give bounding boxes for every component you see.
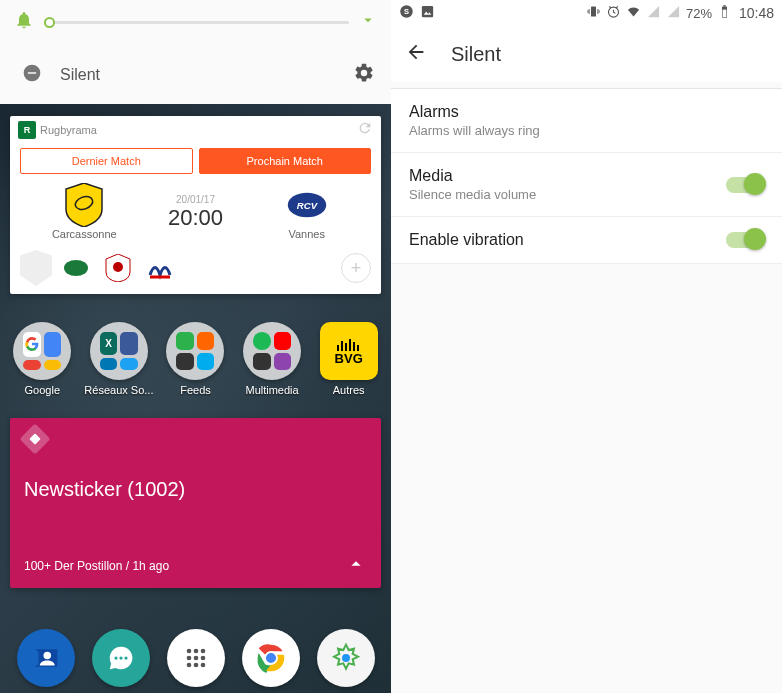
phone-left-homescreen: Silent R Rugbyrama Dernier Match Prochai… — [0, 0, 391, 693]
league-shield-icon[interactable] — [20, 250, 52, 286]
bell-icon — [14, 10, 34, 34]
match-center: 20/01/17 20:00 — [168, 194, 223, 231]
media-toggle[interactable] — [726, 177, 764, 193]
svg-point-20 — [200, 656, 205, 661]
folder-autres[interactable]: BVG Autres — [313, 322, 385, 396]
svg-rect-9 — [353, 342, 355, 351]
dock-app-drawer[interactable] — [167, 629, 225, 687]
away-team[interactable]: RCV Vannes — [262, 184, 352, 240]
svg-rect-8 — [349, 339, 351, 351]
rugbyrama-logo: R — [18, 121, 36, 139]
dnd-mode-row[interactable]: Silent — [0, 44, 391, 106]
svg-point-19 — [193, 656, 198, 661]
vibration-toggle[interactable] — [726, 232, 764, 248]
chevron-up-icon[interactable] — [345, 553, 367, 578]
dock-camera[interactable] — [317, 629, 375, 687]
svg-text:S: S — [404, 7, 409, 16]
signal-icon-1 — [646, 4, 661, 22]
news-widget[interactable]: Newsticker (1002) 100+ Der Postillon / 1… — [10, 418, 381, 588]
setting-media[interactable]: Media Silence media volume — [391, 153, 782, 217]
folder-google[interactable]: Google — [6, 322, 78, 396]
app-folder-row: Google X Réseaux So... Feeds Multimedia … — [4, 322, 387, 396]
status-bar: S 72% 10:48 — [391, 0, 782, 26]
svg-point-21 — [186, 663, 191, 668]
svg-rect-31 — [591, 7, 596, 17]
svg-point-11 — [43, 652, 51, 660]
back-arrow-icon[interactable] — [405, 41, 427, 67]
svg-rect-34 — [723, 5, 726, 6]
away-team-name: Vannes — [288, 228, 325, 240]
media-label: Media — [409, 167, 536, 185]
folder-label-autres: Autres — [333, 384, 365, 396]
add-league-button[interactable]: + — [341, 253, 371, 283]
away-team-logo: RCV — [286, 184, 328, 226]
svg-point-3 — [64, 260, 88, 276]
svg-text:RCV: RCV — [297, 200, 319, 211]
folder-label-google: Google — [25, 384, 60, 396]
alarms-label: Alarms — [409, 103, 540, 121]
rugby-app-name: Rugbyrama — [40, 124, 357, 136]
setting-vibration[interactable]: Enable vibration — [391, 217, 782, 264]
league-row: + — [10, 244, 381, 294]
volume-slider-thumb[interactable] — [44, 17, 55, 28]
svg-point-22 — [193, 663, 198, 668]
battery-percent: 72% — [686, 6, 712, 21]
svg-point-14 — [124, 656, 127, 659]
phone-right-settings: S 72% 10:48 Silent Alarms Alarms will al… — [391, 0, 782, 693]
page-title: Silent — [451, 43, 501, 66]
dock-contacts[interactable] — [17, 629, 75, 687]
tab-next-match[interactable]: Prochain Match — [199, 148, 372, 174]
notification-shade: Silent — [0, 0, 391, 106]
dock-messages[interactable] — [92, 629, 150, 687]
rugby-widget[interactable]: R Rugbyrama Dernier Match Prochain Match… — [10, 116, 381, 294]
folder-reseaux[interactable]: X Réseaux So... — [83, 322, 155, 396]
folder-label-multimedia: Multimedia — [245, 384, 298, 396]
league-logo-1[interactable] — [58, 253, 94, 283]
league-logo-3[interactable] — [142, 253, 178, 283]
alarm-icon — [606, 4, 621, 22]
settings-list: Alarms Alarms will always ring Media Sil… — [391, 88, 782, 693]
volume-slider-row — [0, 0, 391, 44]
dnd-icon — [22, 63, 42, 87]
folder-label-reseaux: Réseaux So... — [84, 384, 153, 396]
status-time: 10:48 — [739, 5, 774, 21]
svg-rect-30 — [422, 6, 433, 17]
skype-icon: S — [399, 4, 414, 22]
news-footer-text: 100+ Der Postillon / 1h ago — [24, 559, 169, 573]
alarms-sub: Alarms will always ring — [409, 123, 540, 138]
appbar: Silent — [391, 26, 782, 82]
league-logo-2[interactable] — [100, 253, 136, 283]
dock-chrome[interactable] — [242, 629, 300, 687]
tab-last-match[interactable]: Dernier Match — [20, 148, 193, 174]
refresh-icon[interactable] — [357, 120, 373, 140]
svg-rect-35 — [723, 10, 727, 18]
media-sub: Silence media volume — [409, 187, 536, 202]
battery-icon — [717, 4, 732, 22]
match-date: 20/01/17 — [168, 194, 223, 205]
match-time: 20:00 — [168, 205, 223, 231]
folder-feeds[interactable]: Feeds — [159, 322, 231, 396]
dnd-mode-label: Silent — [60, 66, 100, 84]
volume-slider[interactable] — [44, 21, 349, 24]
folder-multimedia[interactable]: Multimedia — [236, 322, 308, 396]
svg-point-17 — [200, 649, 205, 654]
svg-rect-7 — [345, 343, 347, 351]
home-team-logo — [63, 184, 105, 226]
wifi-icon — [626, 4, 641, 22]
home-team[interactable]: Carcassonne — [39, 184, 129, 240]
feedly-icon — [19, 423, 50, 454]
image-icon — [420, 4, 435, 22]
setting-alarms[interactable]: Alarms Alarms will always ring — [391, 89, 782, 153]
svg-point-4 — [113, 262, 123, 272]
news-title: Newsticker (1002) — [24, 478, 367, 501]
svg-point-13 — [119, 656, 122, 659]
chevron-down-icon[interactable] — [359, 11, 377, 33]
gear-icon[interactable] — [353, 62, 375, 88]
vibrate-icon — [586, 4, 601, 22]
svg-point-16 — [193, 649, 198, 654]
svg-point-23 — [200, 663, 205, 668]
home-team-name: Carcassonne — [52, 228, 117, 240]
svg-rect-6 — [341, 341, 343, 351]
svg-point-18 — [186, 656, 191, 661]
vibration-label: Enable vibration — [409, 231, 524, 249]
